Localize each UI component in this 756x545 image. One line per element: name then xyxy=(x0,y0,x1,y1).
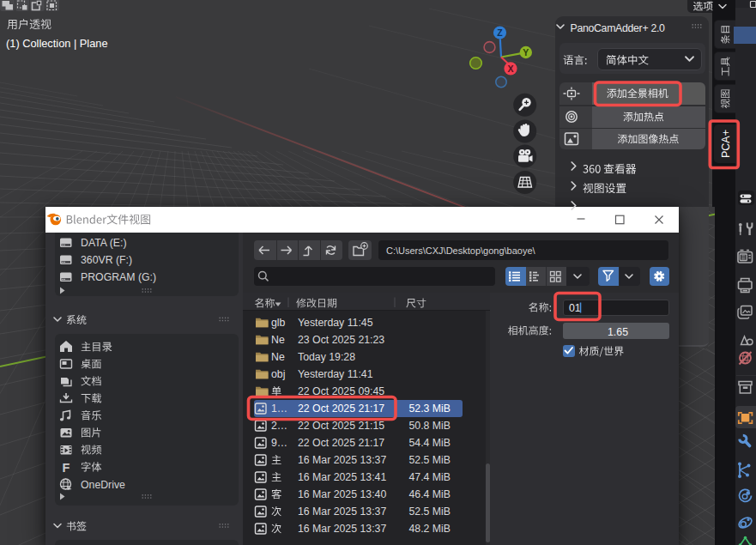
svg-text:22 Oct 2025 21:15: 22 Oct 2025 21:15 xyxy=(298,420,384,432)
svg-text:glb: glb xyxy=(271,317,286,329)
svg-text:PanoCamAdder+ 2.0: PanoCamAdder+ 2.0 xyxy=(571,22,666,34)
svg-text:52.5 MiB: 52.5 MiB xyxy=(408,506,451,518)
svg-text:Yesterday 11:41: Yesterday 11:41 xyxy=(298,368,373,380)
svg-text:16 Mar 2025 13:40: 16 Mar 2025 13:40 xyxy=(298,488,386,500)
svg-text:F: F xyxy=(63,461,70,475)
svg-text:16 Mar 2025 13:37: 16 Mar 2025 13:37 xyxy=(298,454,386,466)
svg-text:Ne: Ne xyxy=(271,334,285,346)
svg-text:50.8 MiB: 50.8 MiB xyxy=(408,420,451,432)
svg-text:52.5 MiB: 52.5 MiB xyxy=(408,454,451,466)
svg-text:23 Oct 2025 21:23: 23 Oct 2025 21:23 xyxy=(298,334,384,346)
svg-text:OneDrive: OneDrive xyxy=(81,479,125,491)
svg-text:Yesterday 11:45: Yesterday 11:45 xyxy=(298,317,373,329)
svg-text:2…: 2… xyxy=(271,420,287,432)
svg-text:DATA (E:): DATA (E:) xyxy=(81,237,127,249)
svg-text:16 Mar 2025 13:37: 16 Mar 2025 13:37 xyxy=(298,506,386,518)
svg-text:22 Oct 2025 21:17: 22 Oct 2025 21:17 xyxy=(298,437,384,449)
svg-text:16 Mar 2025 13:37: 16 Mar 2025 13:37 xyxy=(298,523,386,535)
svg-text:Ne: Ne xyxy=(271,351,285,363)
svg-text:Y: Y xyxy=(523,47,529,58)
svg-text:54.4 MiB: 54.4 MiB xyxy=(408,437,451,449)
svg-text:1…: 1… xyxy=(271,403,287,415)
svg-text:46.4 MiB: 46.4 MiB xyxy=(408,488,451,500)
svg-text:PROGRAM (G:): PROGRAM (G:) xyxy=(81,271,156,283)
svg-text:47.4 MiB: 47.4 MiB xyxy=(408,471,451,483)
svg-text:52.3 MiB: 52.3 MiB xyxy=(408,403,451,415)
svg-text:(1) Collection | Plane: (1) Collection | Plane xyxy=(6,37,108,50)
svg-text:Today 19:28: Today 19:28 xyxy=(298,351,355,363)
svg-text:C:\Users\CXJ\Desktop\gong\baoy: C:\Users\CXJ\Desktop\gong\baoye\ xyxy=(386,245,536,256)
svg-text:obj: obj xyxy=(271,368,285,380)
svg-text:360VR (F:): 360VR (F:) xyxy=(81,254,132,266)
svg-text:01: 01 xyxy=(569,302,581,314)
svg-text:9…: 9… xyxy=(271,437,287,449)
svg-text:22 Oct 2025 21:17: 22 Oct 2025 21:17 xyxy=(298,403,384,415)
svg-text:48.2 MiB: 48.2 MiB xyxy=(408,523,451,535)
svg-text:16 Mar 2025 13:41: 16 Mar 2025 13:41 xyxy=(298,471,386,483)
svg-text:Z: Z xyxy=(497,27,503,38)
svg-text:X: X xyxy=(507,64,513,74)
svg-text:1.65: 1.65 xyxy=(608,326,628,338)
svg-text:PCA+: PCA+ xyxy=(720,130,732,158)
